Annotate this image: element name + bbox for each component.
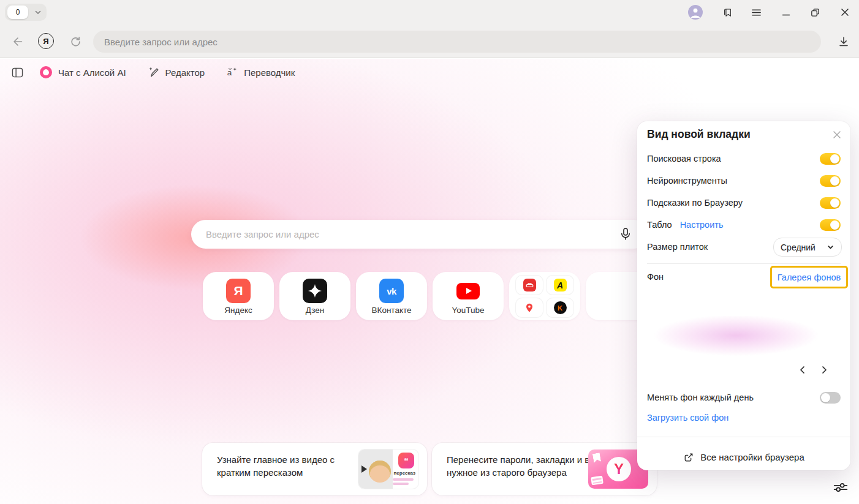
promo-text: Узнайте главное из видео с кратким перес…	[217, 454, 370, 479]
background-gallery-button[interactable]: Галерея фонов	[770, 266, 848, 288]
tile-label: YouTube	[452, 306, 484, 315]
tile-vk[interactable]: vk ВКонтакте	[356, 272, 427, 320]
alice-chat-button[interactable]: Чат с Алисой AI	[40, 66, 126, 78]
toggle-tableau[interactable]	[820, 219, 841, 231]
restore-window-icon[interactable]	[810, 7, 820, 18]
setting-row-browser-tips: Подсказки по Браузеру	[647, 196, 841, 209]
upload-background-link[interactable]: Загрузить свой фон	[647, 413, 728, 423]
close-window-icon[interactable]	[839, 7, 850, 18]
setting-label: Табло	[647, 220, 672, 230]
previous-background-arrow-icon[interactable]	[795, 363, 810, 377]
setting-label: Фон	[647, 272, 664, 282]
translator-button[interactable]: а Переводчик	[225, 66, 295, 78]
editor-button[interactable]: Редактор	[147, 66, 205, 78]
tab-count: 0	[16, 8, 20, 17]
car-icon	[523, 279, 536, 291]
toggle-search-bar[interactable]	[820, 153, 841, 165]
youtube-play-icon	[456, 279, 480, 303]
external-link-icon	[683, 452, 694, 463]
mini-tile-auto[interactable]	[516, 276, 543, 295]
promo-card-video-summary[interactable]: Узнайте главное из видео с кратким перес…	[202, 443, 427, 495]
side-panels-bookmark-icon[interactable]	[722, 7, 732, 18]
sidebar-toggle-icon[interactable]	[12, 67, 23, 78]
tile-size-value: Средний	[781, 243, 815, 252]
panel-close-icon[interactable]	[831, 129, 842, 140]
toggle-browser-tips[interactable]	[820, 197, 841, 209]
setting-label: Подсказки по Браузеру	[647, 198, 743, 208]
mini-tile-kinopoisk[interactable]: K	[547, 298, 573, 317]
profile-avatar[interactable]	[688, 5, 703, 20]
browser-window: 0	[0, 0, 859, 504]
gallery-button-label: Галерея фонов	[778, 273, 841, 282]
tile-label: Дзен	[306, 306, 325, 315]
folder-tile-grid: A K	[516, 276, 573, 317]
mini-tile-maps[interactable]	[516, 298, 543, 317]
setting-label: Нейроинструменты	[647, 176, 727, 186]
browser-logo-icon: Y	[607, 457, 631, 481]
all-browser-settings-link[interactable]: Все настройки браузера	[637, 444, 850, 470]
setting-label: Поисковая строка	[647, 154, 721, 164]
afisha-icon: A	[554, 279, 567, 291]
tile-size-dropdown[interactable]: Средний	[773, 238, 842, 257]
mini-tile-afisha[interactable]: A	[547, 276, 573, 295]
tile-dzen[interactable]: Дзен	[279, 272, 350, 320]
tab-list-chevron-down-icon[interactable]	[34, 8, 42, 17]
address-input[interactable]	[93, 31, 821, 53]
next-background-arrow-icon[interactable]	[817, 363, 831, 377]
refresh-icon[interactable]	[69, 35, 82, 48]
search-bar	[191, 220, 648, 249]
tableau-configure-link[interactable]: Настроить	[680, 220, 724, 230]
setting-row-tableau: Табло Настроить	[647, 218, 841, 231]
credit-card-icon	[591, 476, 604, 486]
tools-bar: Чат с Алисой AI Редактор а Переводчик	[0, 59, 859, 86]
yandex-logo-button[interactable]: Я	[38, 33, 54, 49]
person-photo	[369, 461, 391, 483]
tab-group: 0	[5, 4, 47, 21]
alice-chat-label: Чат с Алисой AI	[58, 67, 126, 78]
quote-badge-icon: “	[398, 453, 414, 468]
map-pin-icon	[523, 302, 535, 314]
downloads-icon[interactable]	[837, 35, 850, 48]
microphone-icon[interactable]	[618, 227, 633, 241]
back-arrow-icon[interactable]	[11, 35, 25, 48]
setting-row-search-bar: Поисковая строка	[647, 152, 841, 165]
kinopoisk-icon: K	[554, 301, 567, 314]
upload-background-row: Загрузить свой фон	[647, 411, 841, 424]
search-input[interactable]	[191, 220, 648, 249]
translator-icon: а	[225, 66, 238, 78]
background-preview[interactable]	[647, 316, 841, 356]
promo-text: Перенесите пароли, закладки и все нужное…	[447, 454, 600, 479]
panel-title: Вид новой вкладки	[647, 128, 751, 141]
tile-folder[interactable]: A K	[509, 272, 580, 320]
video-summary-illustration: “ пересказ	[358, 449, 418, 489]
address-row: Я	[0, 24, 859, 58]
footer-link-label: Все настройки браузера	[700, 452, 804, 462]
toggle-neuro-tools[interactable]	[820, 175, 841, 187]
vk-icon: vk	[379, 279, 404, 303]
svg-text:а: а	[227, 68, 232, 77]
titlebar: 0	[0, 0, 859, 24]
badge-caption: пересказ	[394, 470, 416, 476]
alice-icon	[40, 66, 52, 78]
promo-card-import[interactable]: Перенесите пароли, закладки и все нужное…	[432, 443, 657, 495]
page-settings-sliders-icon[interactable]	[831, 478, 850, 497]
play-icon	[361, 465, 367, 473]
setting-label: Менять фон каждый день	[647, 393, 754, 402]
tile-yandex[interactable]: Я Яндекс	[203, 272, 274, 320]
setting-row-neuro-tools: Нейроинструменты	[647, 174, 841, 187]
setting-row-daily-background: Менять фон каждый день	[647, 391, 841, 404]
editor-pen-icon	[147, 66, 159, 78]
new-tab-settings-panel: Вид новой вкладки Поисковая строка Нейро…	[637, 121, 850, 470]
yandex-logo-letter: Я	[43, 37, 48, 46]
tile-youtube[interactable]: YouTube	[433, 272, 504, 320]
minimize-icon[interactable]	[781, 7, 791, 18]
tile-label: Яндекс	[224, 306, 252, 315]
address-bar	[93, 31, 821, 53]
editor-label: Редактор	[165, 67, 205, 78]
menu-hamburger-icon[interactable]	[751, 7, 762, 18]
dzen-star-icon	[303, 279, 327, 303]
tab[interactable]: 0	[7, 6, 28, 19]
setting-label: Размер плиток	[647, 242, 708, 252]
toggle-daily-background[interactable]	[820, 392, 841, 404]
yandex-tile-icon: Я	[226, 279, 251, 303]
